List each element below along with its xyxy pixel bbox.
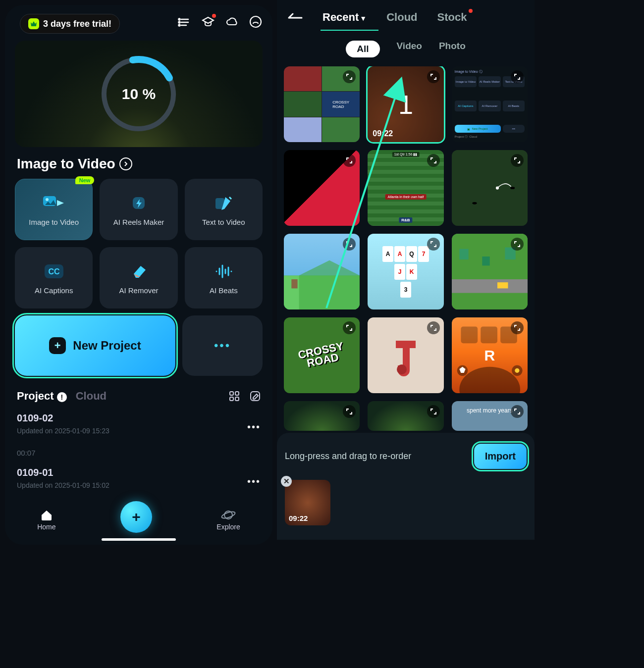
nav-home[interactable]: Home <box>37 509 55 531</box>
cloud-icon[interactable] <box>225 15 239 29</box>
svg-rect-30 <box>497 282 508 288</box>
trial-text: 3 days free trial! <box>43 19 111 29</box>
reorder-hint: Long-press and drag to re-order <box>285 451 411 462</box>
feature-text-to-video[interactable]: Text to Video <box>185 179 263 240</box>
crown-icon <box>28 18 39 29</box>
back-icon[interactable] <box>287 12 303 22</box>
tab-cloud[interactable]: Cloud <box>386 11 417 24</box>
expand-icon[interactable] <box>427 238 440 251</box>
home-screen: 3 days free trial! 10 % Image to Video <box>5 5 272 545</box>
svg-point-2 <box>179 25 180 26</box>
tab-recent[interactable]: Recent▼ <box>322 11 367 24</box>
tab-cloud-local[interactable]: Cloud <box>76 390 107 403</box>
svg-point-1 <box>179 22 180 23</box>
svg-rect-14 <box>230 397 233 401</box>
media-thumb[interactable]: 1st Qtr 1:56 ▮▮ Atlanta in their own hal… <box>368 150 443 226</box>
nav-create-button[interactable]: + <box>120 501 152 533</box>
beats-icon <box>212 261 235 281</box>
expand-icon[interactable] <box>511 154 524 167</box>
media-thumb[interactable]: CROSSYROAD <box>284 317 360 393</box>
filter-photo[interactable]: Photo <box>439 41 466 57</box>
media-grid: CROSSYROAD 1 09:22 Image to Video ⓘ Imag… <box>277 66 535 431</box>
expand-icon[interactable] <box>427 321 440 334</box>
filter-all[interactable]: All <box>346 41 379 57</box>
expand-icon[interactable] <box>427 154 440 167</box>
expand-icon[interactable] <box>427 70 440 83</box>
project-item[interactable]: 0109-02 Updated on 2025-01-09 15:23 00:0… <box>17 408 261 462</box>
media-thumb[interactable]: CROSSYROAD <box>284 66 360 142</box>
notification-dot <box>469 9 473 13</box>
project-header: Project ! Cloud <box>17 390 261 403</box>
progress-ring: 10 % <box>97 52 181 136</box>
bottom-nav: Home + Explore <box>5 495 272 545</box>
svg-point-20 <box>472 202 477 205</box>
promo-banner[interactable]: 10 % <box>15 41 263 147</box>
trial-pill[interactable]: 3 days free trial! <box>20 14 120 34</box>
svg-point-38 <box>515 368 519 373</box>
badge-new: New <box>75 176 95 184</box>
new-project-button[interactable]: + New Project <box>15 315 175 376</box>
feature-ai-reels[interactable]: AI Reels Maker <box>100 179 177 240</box>
svg-point-7 <box>46 198 49 201</box>
image-video-icon <box>42 193 66 213</box>
media-thumb[interactable] <box>284 401 360 431</box>
feature-grid: New Image to Video AI Reels Maker Text t… <box>15 179 263 308</box>
svg-point-31 <box>397 364 407 374</box>
media-thumb[interactable]: R <box>452 317 528 393</box>
more-button[interactable]: ••• <box>182 315 263 376</box>
duration-label: 09:22 <box>289 514 308 522</box>
media-thumb[interactable] <box>284 234 360 309</box>
progress-pct: 10 % <box>97 52 181 136</box>
header-icons <box>177 15 263 29</box>
edit-icon[interactable] <box>250 391 261 402</box>
media-thumb[interactable] <box>368 317 443 393</box>
import-button[interactable]: Import <box>474 444 527 469</box>
svg-point-21 <box>510 187 515 189</box>
list-icon[interactable] <box>177 15 191 29</box>
academy-icon[interactable] <box>201 15 215 29</box>
media-thumb[interactable]: A A Q 7 J K 3 <box>368 234 443 309</box>
expand-icon[interactable] <box>511 70 524 83</box>
project-item[interactable]: 0109-01 Updated on 2025-01-09 15:02 ••• <box>17 462 261 494</box>
expand-icon[interactable] <box>427 405 440 418</box>
svg-rect-32 <box>461 326 478 343</box>
home-indicator <box>102 538 176 541</box>
media-thumb[interactable] <box>368 401 443 431</box>
action-row: + New Project ••• <box>15 315 263 376</box>
tab-project[interactable]: Project ! <box>17 390 67 403</box>
media-thumb[interactable] <box>284 150 360 226</box>
media-thumb[interactable]: Image to Video ⓘ Image to VideoAI Reels … <box>452 66 528 142</box>
feature-ai-captions[interactable]: CC AI Captions <box>15 247 93 308</box>
svg-rect-28 <box>482 257 489 265</box>
selected-thumb[interactable]: ✕ 09:22 <box>285 480 330 525</box>
grid-view-icon[interactable] <box>229 391 240 402</box>
svg-point-35 <box>459 367 520 394</box>
nav-explore[interactable]: Explore <box>216 509 240 531</box>
project-more-icon[interactable]: ••• <box>247 476 261 487</box>
duration-label: 09:22 <box>373 129 393 138</box>
media-picker-screen: Recent▼ Cloud Stock All Video Photo CROS… <box>277 0 535 540</box>
bolt-icon <box>127 193 151 213</box>
planet-icon <box>221 509 236 521</box>
media-thumb[interactable] <box>452 150 528 226</box>
filter-row: All Video Photo <box>277 41 535 57</box>
feature-ai-beats[interactable]: AI Beats <box>185 247 263 308</box>
media-thumb[interactable]: spent more years <box>452 401 528 431</box>
feature-image-to-video[interactable]: New Image to Video <box>15 179 93 240</box>
profile-icon[interactable] <box>249 15 263 29</box>
tab-stock[interactable]: Stock <box>437 11 467 24</box>
project-more-icon[interactable]: ••• <box>247 421 261 433</box>
remove-icon[interactable]: ✕ <box>281 476 292 487</box>
expand-icon[interactable] <box>511 321 524 334</box>
plus-icon: + <box>49 337 66 354</box>
expand-icon[interactable] <box>511 238 524 251</box>
home-icon <box>40 509 53 521</box>
svg-rect-33 <box>481 326 497 343</box>
feature-ai-remover[interactable]: AI Remover <box>100 247 177 308</box>
expand-icon[interactable] <box>511 405 524 418</box>
media-thumb[interactable] <box>452 234 528 309</box>
section-title[interactable]: Image to Video <box>17 156 261 172</box>
media-thumb-selected[interactable]: 1 09:22 <box>368 66 443 142</box>
filter-video[interactable]: Video <box>397 41 422 57</box>
svg-rect-15 <box>235 397 239 401</box>
